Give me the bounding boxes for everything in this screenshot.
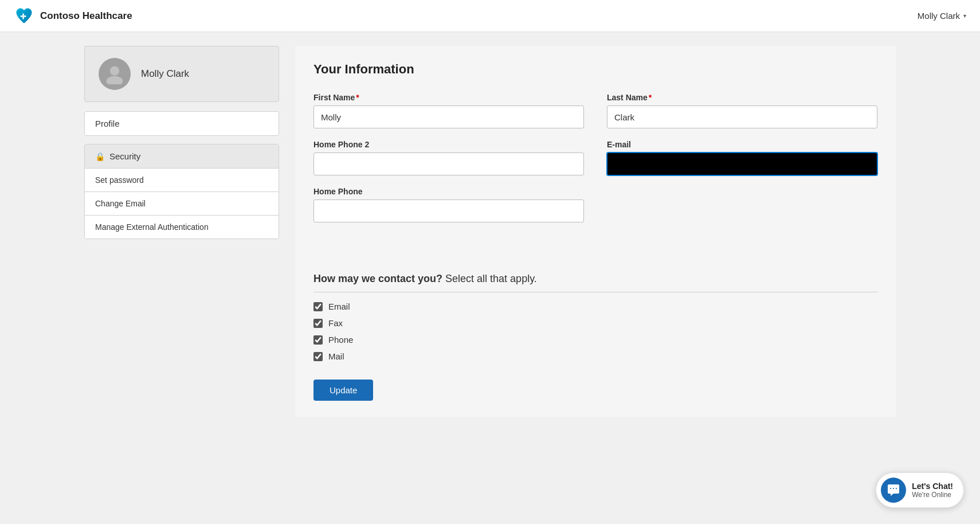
- sidebar: Molly Clark Profile 🔒 Security Set passw…: [84, 46, 279, 417]
- email-input[interactable]: [607, 152, 877, 175]
- checkbox-phone[interactable]: Phone: [313, 335, 877, 345]
- your-information-section: Your Information First Name* Last Name*: [295, 46, 896, 257]
- sidebar-user-card: Molly Clark: [84, 46, 279, 102]
- checkbox-mail-input[interactable]: [313, 352, 323, 361]
- main-content: Your Information First Name* Last Name*: [295, 46, 896, 417]
- contact-section: How may we contact you? Select all that …: [295, 257, 896, 417]
- home-phone2-label: Home Phone 2: [313, 140, 584, 149]
- header-logo: Contoso Healthcare: [14, 6, 132, 26]
- home-phone2-input[interactable]: [313, 152, 584, 175]
- checkbox-phone-input[interactable]: [313, 335, 323, 345]
- contact-title: How may we contact you? Select all that …: [313, 273, 877, 292]
- app-header: Contoso Healthcare Molly Clark ▾: [0, 0, 980, 32]
- user-avatar-icon: [104, 64, 125, 84]
- checkbox-email-input[interactable]: [313, 302, 323, 311]
- email-group: E-mail: [607, 140, 877, 175]
- logo-text: Contoso Healthcare: [40, 10, 132, 22]
- checkbox-fax-input[interactable]: [313, 319, 323, 328]
- user-menu-button[interactable]: Molly Clark ▾: [918, 11, 966, 21]
- last-name-input[interactable]: [607, 105, 877, 128]
- update-button[interactable]: Update: [313, 380, 373, 401]
- last-name-label: Last Name*: [607, 93, 877, 102]
- logo-icon: [14, 6, 34, 26]
- email-label: E-mail: [607, 140, 877, 149]
- lock-icon: 🔒: [95, 152, 105, 161]
- checkbox-fax[interactable]: Fax: [313, 318, 877, 328]
- first-name-group: First Name*: [313, 93, 584, 128]
- main-layout: Molly Clark Profile 🔒 Security Set passw…: [66, 32, 914, 431]
- last-name-group: Last Name*: [607, 93, 877, 128]
- checkbox-email[interactable]: Email: [313, 302, 877, 311]
- chat-title: Let's Chat!: [912, 482, 953, 491]
- first-name-input[interactable]: [313, 105, 584, 128]
- home-phone-input[interactable]: [313, 200, 584, 222]
- section-title: Your Information: [313, 62, 877, 77]
- sidebar-item-profile[interactable]: Profile: [84, 111, 279, 136]
- chat-status: We're Online: [912, 491, 953, 499]
- home-phone-group: Home Phone: [313, 187, 584, 222]
- home-phone-label: Home Phone: [313, 187, 584, 196]
- sidebar-user-name: Molly Clark: [141, 68, 189, 80]
- contact-checkbox-group: Email Fax Phone Mail: [313, 302, 877, 361]
- chat-text: Let's Chat! We're Online: [912, 482, 953, 499]
- chat-widget[interactable]: Let's Chat! We're Online: [876, 472, 964, 508]
- chat-bubble-icon: [887, 483, 900, 497]
- sidebar-item-change-email[interactable]: Change Email: [85, 191, 279, 215]
- svg-point-0: [110, 67, 119, 76]
- sidebar-section-security-header: 🔒 Security: [85, 144, 279, 168]
- avatar: [99, 58, 131, 90]
- svg-point-1: [107, 76, 123, 84]
- chevron-down-icon: ▾: [963, 13, 966, 19]
- home-phone2-group: Home Phone 2: [313, 140, 584, 175]
- sidebar-security-section: 🔒 Security Set password Change Email Man…: [84, 144, 279, 239]
- sidebar-item-set-password[interactable]: Set password: [85, 168, 279, 191]
- first-name-label: First Name*: [313, 93, 584, 102]
- header-user-name: Molly Clark: [918, 11, 960, 21]
- sidebar-item-manage-external-auth[interactable]: Manage External Authentication: [85, 215, 279, 238]
- chat-icon: [881, 478, 906, 503]
- form-grid: First Name* Last Name* Home Phone 2: [313, 93, 877, 222]
- checkbox-mail[interactable]: Mail: [313, 351, 877, 361]
